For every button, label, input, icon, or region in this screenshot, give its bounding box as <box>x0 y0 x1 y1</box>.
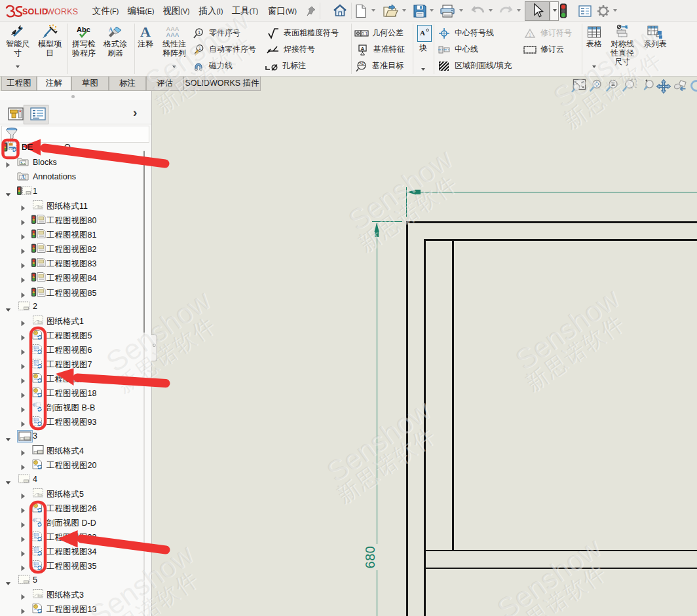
svg-text:1: 1 <box>529 33 531 37</box>
svg-text:0.1: 0.1 <box>362 31 367 35</box>
svg-text:A: A <box>361 45 365 51</box>
svg-text:1: 1 <box>198 46 201 50</box>
svg-text:A1: A1 <box>360 62 364 65</box>
svg-text:A: A <box>21 174 25 180</box>
svg-text:A: A <box>420 29 425 37</box>
svg-text:1: 1 <box>198 29 200 35</box>
svg-text:AAA: AAA <box>166 31 179 38</box>
